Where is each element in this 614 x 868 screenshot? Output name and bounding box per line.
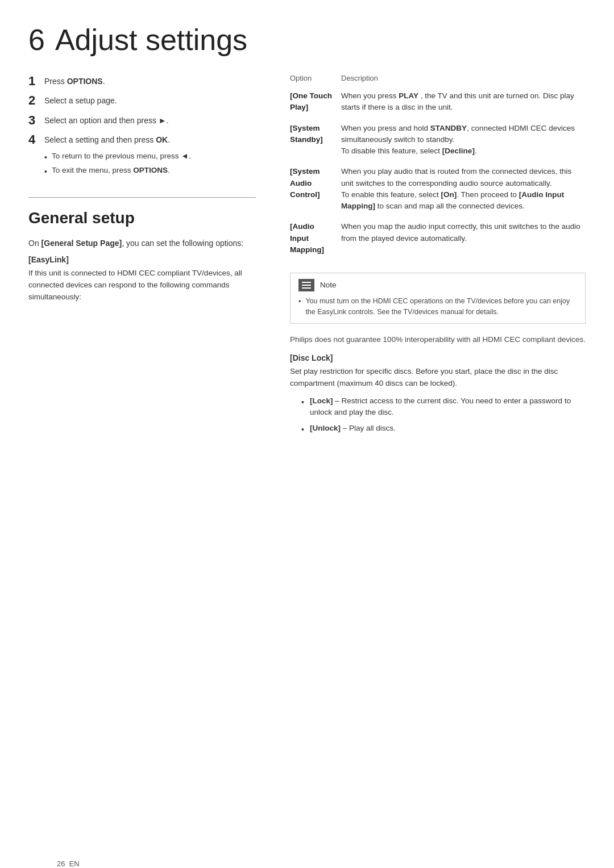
option-one-touch: [One Touch Play] (290, 87, 341, 119)
general-setup-section: General setup On [General Setup Page], y… (28, 209, 256, 303)
step-3-text: Select an option and then press ►. (44, 113, 169, 127)
left-column: 1 Press OPTIONS. 2 Select a setup page. … (28, 74, 279, 440)
chapter-title: Adjust settings (55, 23, 247, 56)
sub-bullet-2: • To exit the menu, press OPTIONS. (44, 165, 190, 178)
table-row-system-standby: [System Standby] When you press and hold… (290, 119, 586, 163)
right-column: Option Description [One Touch Play] When… (279, 74, 586, 440)
note-header: Note (298, 279, 577, 291)
bullet-dot-2: • (44, 166, 47, 178)
step-2-number: 2 (28, 93, 44, 108)
disclaimer-text: Philips does not guarantee 100% interope… (290, 334, 586, 345)
general-setup-heading: General setup (28, 209, 256, 227)
disc-lock-bullet-unlock: • [Unlock] – Play all discs. (301, 423, 586, 436)
note-icon-lines (302, 282, 311, 289)
table-row-audio-mapping: [Audio Input Mapping] When you map the a… (290, 218, 586, 261)
note-icon-line-2 (302, 285, 311, 286)
step-4-text: Select a setting and then press OK. (44, 132, 170, 146)
option-system-audio: [System Audio Control] (290, 162, 341, 218)
sub-bullet-1: • To return to the previous menu, press … (44, 151, 190, 164)
page-number: 26 (57, 859, 65, 868)
step-4-number: 4 (28, 132, 44, 147)
note-icon-line-1 (302, 282, 311, 283)
sub-bullet-2-text: To exit the menu, press OPTIONS. (52, 165, 170, 176)
steps-list: 1 Press OPTIONS. 2 Select a setup page. … (28, 74, 256, 180)
step-4: 4 Select a setting and then press OK. • … (28, 132, 256, 180)
note-bullet-1: • You must turn on the HDMI CEC operatio… (298, 296, 577, 318)
step-2: 2 Select a setup page. (28, 93, 256, 108)
disc-lock-bullet-unlock-text: [Unlock] – Play all discs. (310, 423, 396, 434)
col-header-option: Option (290, 74, 341, 87)
step-1-number: 1 (28, 74, 44, 89)
disc-lock-bullet-lock-text: [Lock] – Restrict access to the current … (310, 395, 586, 419)
step-2-text: Select a setup page. (44, 93, 117, 107)
note-bullet-text: You must turn on the HDMI CEC operations… (305, 296, 577, 318)
easylink-body: If this unit is connected to HDMI CEC co… (28, 268, 256, 303)
step-1: 1 Press OPTIONS. (28, 74, 256, 89)
step-4-sub-bullets: • To return to the previous menu, press … (44, 151, 190, 180)
disc-lock-section: [Disc Lock] Set play restriction for spe… (290, 353, 586, 436)
sub-bullet-1-text: To return to the previous menu, press ◄. (52, 151, 190, 162)
page-footer: 26 EN (57, 859, 80, 868)
step-1-text: Press OPTIONS. (44, 74, 105, 87)
language-code: EN (69, 859, 80, 868)
col-header-description: Description (341, 74, 586, 87)
disc-lock-bullet-dot-1: • (301, 397, 304, 408)
note-label: Note (320, 279, 337, 291)
table-row-system-audio: [System Audio Control] When you play aud… (290, 162, 586, 218)
step-3: 3 Select an option and then press ►. (28, 113, 256, 128)
disc-lock-bullets: • [Lock] – Restrict access to the curren… (301, 395, 586, 436)
option-audio-mapping: [Audio Input Mapping] (290, 218, 341, 261)
disc-lock-bullet-lock: • [Lock] – Restrict access to the curren… (301, 395, 586, 419)
bullet-dot-1: • (44, 152, 47, 164)
table-row-one-touch: [One Touch Play] When you press PLAY , t… (290, 87, 586, 119)
chapter-heading: 6Adjust settings (28, 23, 586, 57)
options-table: Option Description [One Touch Play] When… (290, 74, 586, 261)
note-icon (298, 279, 314, 291)
disc-lock-body: Set play restriction for specific discs.… (290, 366, 586, 390)
disc-lock-heading: [Disc Lock] (290, 353, 586, 362)
note-icon-line-3 (302, 287, 311, 289)
desc-system-standby: When you press and hold STANDBY, connect… (341, 119, 586, 163)
desc-system-audio: When you play audio that is routed from … (341, 162, 586, 218)
easylink-heading: [EasyLink] (28, 255, 256, 264)
note-bullet-dot: • (298, 297, 301, 307)
section-divider (28, 197, 256, 198)
desc-audio-mapping: When you map the audio input correctly, … (341, 218, 586, 261)
general-setup-intro: On [General Setup Page], you can set the… (28, 237, 256, 249)
disc-lock-bullet-dot-2: • (301, 424, 304, 436)
chapter-number: 6 (28, 23, 45, 56)
option-system-standby: [System Standby] (290, 119, 341, 163)
note-box: Note • You must turn on the HDMI CEC ope… (290, 273, 586, 324)
desc-one-touch: When you press PLAY , the TV and this un… (341, 87, 586, 119)
step-3-number: 3 (28, 113, 44, 128)
